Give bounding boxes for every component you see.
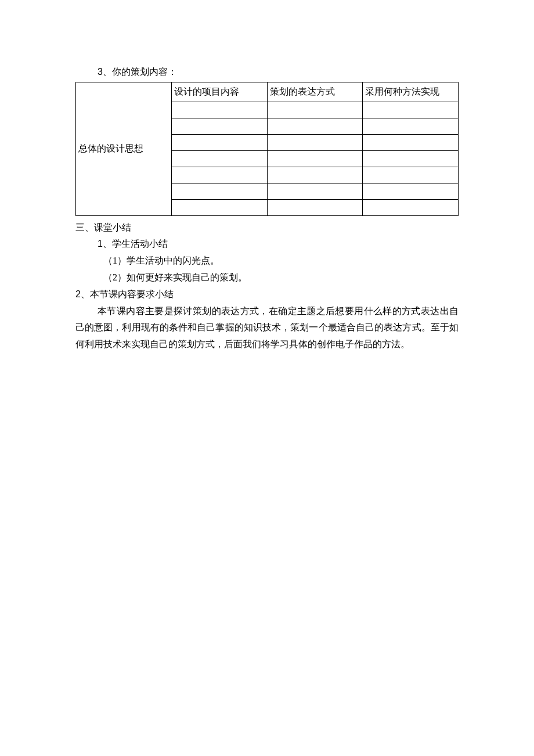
table-cell <box>171 183 267 199</box>
table-cell <box>267 199 363 215</box>
item-2-num: 2 <box>75 289 81 299</box>
planning-table: 总体的设计思想 设计的项目内容 策划的表达方式 采用何种方法实现 <box>75 82 459 216</box>
item-2-sep: 、 <box>81 289 90 299</box>
heading-3-text: 你的策划内容： <box>112 67 177 77</box>
table-cell <box>267 150 363 167</box>
item-2: 2、本节课内容要求小结 <box>75 286 459 303</box>
item-1-1: （1）学生活动中的闪光点。 <box>75 253 459 269</box>
table-cell <box>171 102 267 118</box>
item-1-2: （2）如何更好来实现自己的策划。 <box>75 269 459 286</box>
table-cell <box>267 102 363 118</box>
item-2-text: 本节课内容要求小结 <box>90 289 174 299</box>
table-cell <box>171 199 267 215</box>
table-cell <box>363 102 459 118</box>
item-1-text: 学生活动小结 <box>112 239 168 249</box>
heading-3: 3、你的策划内容： <box>75 64 459 81</box>
table-header-col1: 总体的设计思想 <box>76 82 172 215</box>
item-1-2-text: 如何更好来实现自己的策划。 <box>127 272 247 282</box>
table-cell <box>363 183 459 199</box>
table-header-col2: 设计的项目内容 <box>171 82 267 102</box>
summary-paragraph: 本节课内容主要是探讨策划的表达方式，在确定主题之后想要用什么样的方式表达出自己的… <box>75 303 459 353</box>
heading-3-sep: 、 <box>103 67 112 77</box>
table-cell <box>267 134 363 150</box>
item-1-num: 1 <box>98 239 103 249</box>
section-san: 三、课堂小结 <box>75 219 459 236</box>
table-header-col3: 策划的表达方式 <box>267 82 363 102</box>
item-1-2-num: （2） <box>103 272 127 282</box>
table-cell <box>267 167 363 183</box>
table-cell <box>171 167 267 183</box>
section-san-num: 三、 <box>75 222 94 232</box>
heading-3-num: 3 <box>98 67 103 77</box>
table-cell <box>363 118 459 134</box>
table-cell <box>267 183 363 199</box>
table-cell <box>171 150 267 167</box>
table-header-row: 总体的设计思想 设计的项目内容 策划的表达方式 采用何种方法实现 <box>76 82 459 102</box>
table-cell <box>267 118 363 134</box>
table-cell <box>171 134 267 150</box>
item-1-sep: 、 <box>103 239 112 249</box>
item-1-1-text: 学生活动中的闪光点。 <box>127 255 219 265</box>
table-cell <box>363 199 459 215</box>
table-cell <box>171 118 267 134</box>
table-header-col4: 采用何种方法实现 <box>363 82 459 102</box>
table-cell <box>363 134 459 150</box>
table-cell <box>363 150 459 167</box>
section-san-title: 课堂小结 <box>94 222 131 232</box>
item-1-1-num: （1） <box>103 255 127 265</box>
table-cell <box>363 167 459 183</box>
item-1: 1、学生活动小结 <box>75 236 459 253</box>
